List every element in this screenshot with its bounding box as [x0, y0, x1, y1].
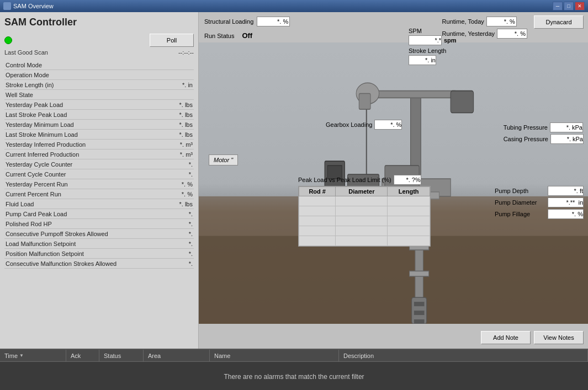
rod-col-diameter: Diameter — [336, 187, 388, 196]
data-row-label: Position Malfunction Setpoint — [6, 250, 84, 257]
data-row-label: Last Stroke Minimum Load — [6, 131, 78, 138]
data-row: Last Stroke Peak Load*. lbs — [4, 110, 194, 120]
svg-rect-2 — [199, 236, 588, 324]
top-right-bar[interactable]: Dynacard — [534, 15, 584, 29]
data-row-label: Stroke Length (in) — [6, 82, 54, 88]
alarm-desc-label: Description — [343, 352, 374, 359]
table-row — [299, 206, 430, 216]
alarm-bar: Time ▼ Ack Status Area Name Description … — [0, 349, 588, 390]
last-scan-label: Last Good Scan — [4, 49, 48, 56]
data-row: Yesterday Cycle Counter*. — [4, 159, 194, 169]
table-row — [299, 216, 430, 226]
main-area: SAM Controller Poll Last Good Scan --:--… — [0, 12, 588, 349]
data-row-label: Load Malfunction Setpoint — [6, 241, 76, 247]
run-status-value: Off — [242, 31, 252, 40]
minimize-button[interactable]: ─ — [553, 2, 563, 10]
tubing-pressure-input[interactable] — [550, 122, 583, 132]
titlebar-title: SAM Overview — [13, 3, 54, 9]
spm-label: SPM — [409, 28, 457, 34]
alarm-col-name[interactable]: Name — [210, 350, 339, 361]
data-row-label: Yesterday Inferred Production — [6, 141, 86, 148]
gearbox-loading-label: Gearbox Loading — [326, 121, 372, 128]
data-row: Current Cycle Counter*. — [4, 169, 194, 179]
structural-loading-input[interactable] — [257, 17, 290, 26]
close-button[interactable]: ✕ — [575, 2, 585, 10]
svg-rect-17 — [414, 302, 425, 306]
spm-area: SPM spm Stroke Length — [409, 28, 457, 65]
alarm-col-area[interactable]: Area — [144, 350, 210, 361]
pump-diameter-label: Pump Diameter — [495, 199, 544, 206]
data-row: Control Mode — [4, 60, 194, 70]
run-status: Run Status Off — [204, 31, 252, 40]
data-row-value: *. lbs — [160, 201, 193, 207]
pump-depth-input[interactable] — [548, 186, 584, 196]
alarm-empty-message: There are no alarms that match the curre… — [224, 373, 364, 381]
alarm-status-label: Status — [104, 352, 121, 359]
gearbox-loading-input[interactable] — [374, 120, 402, 130]
data-row-value: *. — [160, 171, 193, 178]
data-row-label: Polished Rod HP — [6, 221, 52, 227]
last-scan-value: --:--:-- — [178, 49, 194, 56]
data-row: Fluid Load*. lbs — [4, 199, 194, 209]
data-row: Position Malfunction Setpoint*. — [4, 249, 194, 259]
tubing-pressure-row: Tubing Pressure — [504, 122, 584, 132]
runtime-today-input[interactable] — [486, 17, 517, 26]
data-row: Well State — [4, 90, 194, 100]
data-row-value: *. — [160, 241, 193, 247]
data-row-label: Consecutive Pumpoff Strokes Allowed — [6, 231, 108, 237]
pump-diameter-row: Pump Diameter — [495, 197, 584, 207]
spm-input[interactable] — [409, 35, 442, 45]
data-row: Operation Mode — [4, 70, 194, 80]
data-row-label: Current Inferred Production — [6, 151, 79, 158]
data-row: Current Inferred Production*. m³ — [4, 149, 194, 159]
alarm-area-label: Area — [148, 352, 161, 359]
svg-rect-7 — [359, 93, 370, 109]
view-notes-button[interactable]: View Notes — [534, 331, 584, 344]
data-row: Stroke Length (in)*. in — [4, 80, 194, 90]
data-row-value: *. — [160, 211, 193, 217]
peak-load-input[interactable] — [394, 175, 421, 185]
add-note-button[interactable]: Add Note — [481, 331, 531, 344]
pump-fillage-label: Pump Fillage — [495, 211, 544, 217]
stroke-length-input[interactable] — [409, 55, 436, 65]
data-row: Load Malfunction Setpoint*. — [4, 239, 194, 249]
alarm-col-desc[interactable]: Description — [339, 350, 588, 361]
sort-arrow-icon: ▼ — [19, 353, 24, 358]
data-row-label: Pump Card Peak Load — [6, 211, 67, 217]
casing-pressure-input[interactable] — [550, 134, 584, 144]
app-icon — [3, 2, 11, 10]
data-row-label: Yesterday Cycle Counter — [6, 161, 72, 168]
svg-rect-8 — [451, 91, 473, 113]
data-row-value: *. — [160, 250, 193, 257]
left-panel: SAM Controller Poll Last Good Scan --:--… — [0, 12, 199, 349]
restore-button[interactable]: □ — [564, 2, 574, 10]
run-status-label: Run Status — [204, 33, 234, 39]
rod-table: Rod # Diameter Length — [298, 186, 431, 247]
pressure-panel: Tubing Pressure Casing Pressure — [504, 122, 584, 146]
poll-row: Poll — [4, 34, 194, 47]
poll-button[interactable]: Poll — [150, 34, 194, 47]
data-row-value: *. lbs — [160, 121, 193, 128]
dynacard-button[interactable]: Dynacard — [534, 15, 584, 29]
data-row-label: Consecutive Malfunction Strokes Allowed — [6, 260, 116, 267]
data-row-label: Yesterday Percent Run — [6, 181, 68, 188]
structural-loading-label: Structural Loading — [204, 18, 253, 25]
alarm-col-time[interactable]: Time ▼ — [0, 350, 66, 361]
pump-diameter-input[interactable] — [548, 197, 584, 207]
spm-unit: spm — [444, 37, 457, 44]
data-row-value: *. m³ — [160, 151, 193, 158]
titlebar-controls[interactable]: ─ □ ✕ — [553, 2, 585, 10]
svg-rect-19 — [414, 319, 425, 324]
alarm-col-ack[interactable]: Ack — [66, 350, 99, 361]
pump-depth-label: Pump Depth — [495, 188, 544, 194]
last-scan-row: Last Good Scan --:--:-- — [4, 49, 194, 56]
table-row — [299, 196, 430, 206]
pump-fillage-input[interactable] — [548, 209, 584, 219]
data-row: Yesterday Percent Run*. % — [4, 179, 194, 189]
data-row: Yesterday Inferred Production*. m³ — [4, 140, 194, 149]
alarm-col-status[interactable]: Status — [99, 350, 144, 361]
casing-pressure-row: Casing Pressure — [504, 134, 584, 144]
runtime-yesterday-input[interactable] — [497, 29, 527, 39]
alarm-time-label: Time — [4, 352, 18, 359]
rod-col-number: Rod # — [299, 187, 336, 196]
